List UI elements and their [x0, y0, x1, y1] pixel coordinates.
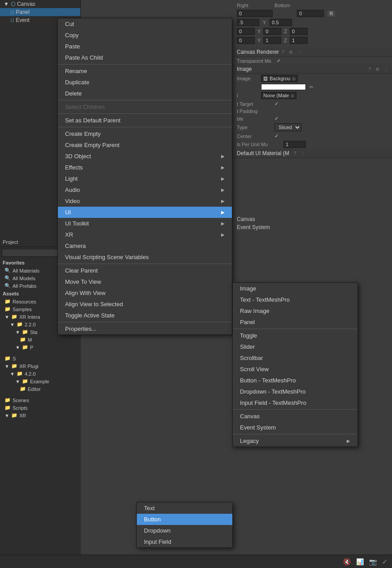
right-input[interactable] — [237, 10, 273, 17]
menu-move-to-view[interactable]: Move To View — [58, 276, 232, 287]
more-icon[interactable]: ⋮ — [384, 67, 388, 72]
label: Scripts — [13, 405, 28, 411]
help-icon[interactable]: ? — [294, 151, 296, 156]
menu-set-default-parent[interactable]: Set as Default Parent — [58, 115, 232, 126]
x3-input[interactable] — [237, 37, 255, 44]
target-label: t Target — [237, 101, 273, 107]
menu-ui[interactable]: UI ▶ — [58, 207, 232, 218]
menu-visual-scripting[interactable]: Visual Scripting Scene Variables — [58, 251, 232, 263]
ppu-input[interactable] — [283, 141, 306, 148]
assets-editor[interactable]: 📁 Editor — [0, 385, 81, 393]
menu-xr[interactable]: XR ▶ — [58, 229, 232, 240]
legacy-text[interactable]: Text — [137, 503, 232, 514]
hierarchy-item-panel[interactable]: □ Panel — [0, 8, 80, 16]
project-tab[interactable]: Project — [3, 239, 18, 245]
submenu-input-field-tmp[interactable]: Input Field - TextMeshPro — [233, 397, 357, 408]
submenu-slider[interactable]: Slider — [233, 341, 357, 352]
menu-item-label: Copy — [65, 32, 78, 39]
label: Resources — [13, 299, 36, 304]
menu-item-label: Camera — [65, 243, 86, 249]
divider-3 — [58, 113, 232, 114]
submenu-button-tmp[interactable]: Button - TextMeshPro — [233, 375, 357, 386]
submenu-scrollbar[interactable]: Scrollbar — [233, 352, 357, 364]
menu-light[interactable]: Light ▶ — [58, 173, 232, 184]
submenu-legacy[interactable]: Legacy ▶ — [233, 435, 357, 447]
z3-input[interactable] — [290, 37, 308, 44]
menu-effects[interactable]: Effects ▶ — [58, 162, 232, 173]
menu-clear-parent[interactable]: Clear Parent — [58, 265, 232, 276]
assets-420[interactable]: ▼ 📁 4.2.0 — [0, 370, 81, 377]
eyedropper-icon[interactable]: ✏ — [309, 84, 314, 90]
arrow-icon: ▶ — [347, 438, 350, 443]
assets-s[interactable]: 📁 S — [0, 355, 81, 362]
assets-p[interactable]: ▼ 📁 P — [0, 343, 81, 351]
legacy-button[interactable]: Button — [137, 514, 232, 525]
x2-input[interactable] — [237, 28, 255, 35]
assets-xr-plugin[interactable]: ▼ 📁 XR Plugi — [0, 362, 81, 370]
assets-m[interactable]: 📁 M — [0, 336, 81, 343]
select-icon[interactable]: ⊙ — [292, 76, 296, 81]
submenu-panel[interactable]: Panel — [233, 317, 357, 328]
color-swatch[interactable] — [261, 84, 306, 90]
mute-icon[interactable]: 🔇 — [342, 557, 352, 566]
menu-audio[interactable]: Audio ▶ — [58, 184, 232, 195]
hierarchy-item-canvas[interactable]: ▼ ⬡ Canvas — [0, 0, 80, 8]
menu-cut[interactable]: Cut — [58, 18, 232, 30]
menu-align-with-view[interactable]: Align With View — [58, 287, 232, 299]
menu-paste[interactable]: Paste — [58, 41, 232, 52]
select-icon2[interactable]: ⊙ — [291, 93, 294, 98]
submenu-toggle[interactable]: Toggle — [233, 330, 357, 341]
menu-delete[interactable]: Delete — [58, 88, 232, 99]
divider-6 — [58, 322, 232, 322]
legacy-dropdown[interactable]: Dropdown — [137, 525, 232, 536]
menu-rename[interactable]: Rename — [58, 65, 232, 77]
legacy-input-field[interactable]: Input Field — [137, 536, 232, 547]
menu-camera[interactable]: Camera — [58, 240, 232, 251]
menu-3d-object[interactable]: 3D Object ▶ — [58, 151, 232, 162]
assets-scenes[interactable]: 📁 Scenes — [0, 396, 81, 404]
assets-xr-bottom[interactable]: ▼ 📁 XR — [0, 412, 81, 419]
menu-create-empty[interactable]: Create Empty — [58, 128, 232, 139]
menu-duplicate[interactable]: Duplicate — [58, 77, 232, 88]
checkmark-icon[interactable]: ✓ — [381, 557, 388, 566]
submenu-event-system[interactable]: Event System — [233, 422, 357, 433]
menu-align-view-selected[interactable]: Align View to Selected — [58, 299, 232, 310]
assets-scripts[interactable]: 📁 Scripts — [0, 404, 81, 412]
y3-input[interactable] — [263, 37, 281, 44]
menu-item-label: Paste As Child — [65, 54, 103, 61]
type-select[interactable]: Sliced — [274, 123, 301, 131]
menu-toggle-active[interactable]: Toggle Active State — [58, 310, 232, 321]
help-icon[interactable]: ? — [368, 67, 371, 72]
y2-input[interactable] — [263, 28, 281, 35]
more-icon[interactable]: ⋮ — [301, 151, 305, 156]
bottom-input[interactable] — [297, 10, 324, 17]
menu-item-label: Clear Parent — [65, 267, 98, 274]
menu-item-label: Paste — [65, 43, 80, 50]
z2-input[interactable] — [290, 28, 308, 35]
y1-input[interactable] — [270, 19, 292, 26]
menu-item-label: Legacy — [240, 438, 259, 444]
r-button[interactable]: R — [327, 11, 335, 17]
menu-ui-toolkit[interactable]: UI Toolkit ▶ — [58, 218, 232, 229]
menu-video[interactable]: Video ▶ — [58, 195, 232, 207]
help-icon[interactable]: ? — [282, 50, 284, 55]
settings-icon[interactable]: ⚙ — [375, 67, 379, 72]
menu-copy[interactable]: Copy — [58, 30, 232, 41]
more-icon[interactable]: ⋮ — [297, 50, 302, 55]
submenu-image[interactable]: Image — [233, 283, 357, 294]
menu-properties[interactable]: Properties... — [58, 323, 232, 334]
menu-paste-as-child[interactable]: Paste As Child — [58, 52, 232, 63]
menu-create-empty-parent[interactable]: Create Empty Parent — [58, 139, 232, 151]
submenu-canvas[interactable]: Canvas — [233, 411, 357, 422]
assets-example[interactable]: ▼ 📁 Example — [0, 377, 81, 385]
x-input[interactable] — [237, 19, 259, 26]
submenu-dropdown-tmp[interactable]: Dropdown - TextMeshPro — [233, 386, 357, 397]
settings-icon[interactable]: ⚙ — [289, 50, 293, 55]
submenu-text-mesh-pro[interactable]: Text - TextMeshPro — [233, 294, 357, 305]
submenu-raw-image[interactable]: Raw Image — [233, 305, 357, 317]
folder-icon: 📁 — [4, 397, 11, 403]
search-icon: 🔍 — [4, 283, 11, 289]
stats-icon[interactable]: 📊 — [355, 557, 365, 566]
submenu-scroll-view[interactable]: Scroll View — [233, 364, 357, 375]
gizmos-icon[interactable]: 📷 — [368, 557, 378, 566]
